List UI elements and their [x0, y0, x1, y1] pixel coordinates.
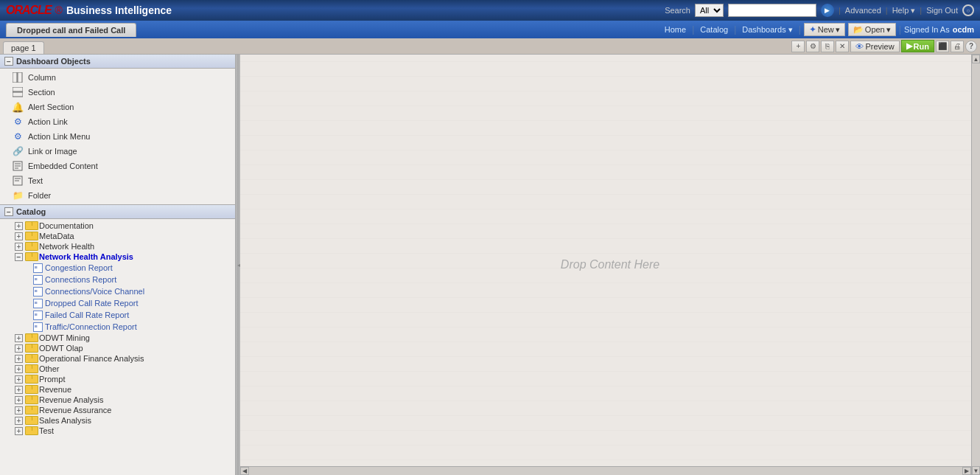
expand-test[interactable]: +: [15, 427, 23, 435]
tree-item-failed-call-rate[interactable]: Failed Call Rate Report: [0, 309, 235, 321]
item-action-link-menu[interactable]: ⚙ Action Link Menu: [0, 129, 235, 144]
expand-revenue-assurance[interactable]: +: [15, 406, 23, 415]
search-icon: ▶: [825, 7, 830, 14]
column-icon: [12, 72, 24, 83]
search-label: Search: [665, 6, 690, 15]
tree-item-odwt-olap[interactable]: + ODWT Olap: [0, 343, 235, 353]
page-settings-button[interactable]: ⚙: [806, 41, 819, 52]
folder-revenue-icon: [25, 385, 37, 394]
tree-item-prompt[interactable]: + Prompt: [0, 374, 235, 384]
page-copy-button[interactable]: ⎘: [821, 41, 834, 52]
open-button[interactable]: 📂 Open ▾: [848, 23, 896, 36]
item-text[interactable]: Text: [0, 173, 235, 188]
drop-zone[interactable]: Drop Content Here: [240, 55, 980, 475]
home-link[interactable]: Home: [662, 25, 689, 34]
search-input[interactable]: [728, 4, 816, 17]
item-action-link[interactable]: ⚙ Action Link: [0, 114, 235, 129]
item-column[interactable]: Column: [0, 70, 235, 85]
catalog-link[interactable]: Catalog: [697, 25, 731, 34]
tree-item-odwt-mining[interactable]: + ODWT Mining: [0, 333, 235, 343]
search-go-button[interactable]: ▶: [821, 4, 834, 17]
svg-rect-1: [18, 72, 22, 83]
tree-item-other[interactable]: + Other: [0, 364, 235, 374]
expand-revenue-analysis[interactable]: +: [15, 396, 23, 404]
page-actions: + ⚙ ⎘ ✕ 👁 Preview ▶ Run ⬛ 🖨 ?: [791, 40, 977, 54]
expand-odwt-olap[interactable]: +: [15, 344, 23, 353]
main-layout: − Dashboard Objects Column Section: [0, 55, 980, 475]
catalog-collapse[interactable]: −: [4, 207, 13, 216]
open-arrow: ▾: [886, 25, 891, 35]
expand-odwt-mining[interactable]: +: [15, 334, 23, 342]
report-icon-dropped-call: [32, 298, 43, 308]
report-icon-connections-voice: [32, 286, 43, 297]
revenue-label: Revenue: [39, 385, 71, 394]
preview-label: Preview: [865, 42, 894, 51]
tree-item-dropped-call-rate[interactable]: Dropped Call Rate Report: [0, 297, 235, 309]
dashboards-link[interactable]: Dashboards ▾: [739, 25, 795, 35]
expand-prompt[interactable]: +: [15, 375, 23, 384]
tree-item-operational-finance[interactable]: + Operational Finance Analysis: [0, 353, 235, 364]
add-page-button[interactable]: +: [791, 41, 805, 52]
open-label: Open: [865, 25, 885, 34]
column-label: Column: [28, 73, 56, 82]
expand-other[interactable]: +: [15, 365, 23, 373]
oracle-logo: ORACLE ® Business Intelligence: [6, 4, 172, 17]
tree-item-network-health[interactable]: + Network Health: [0, 241, 235, 252]
run-button[interactable]: ▶ Run: [901, 40, 934, 52]
section-icon: [12, 86, 24, 98]
scroll-down-arrow[interactable]: ▼: [972, 466, 980, 475]
tree-item-test[interactable]: + Test: [0, 426, 235, 436]
expand-network-health[interactable]: +: [15, 243, 23, 251]
expand-documentation[interactable]: +: [15, 222, 23, 230]
network-health-label: Network Health: [39, 242, 94, 251]
tree-item-network-health-analysis[interactable]: − Network Health Analysis: [0, 252, 235, 262]
right-scrollbar[interactable]: ▲ ▼: [971, 55, 980, 475]
tree-item-revenue-assurance[interactable]: + Revenue Assurance: [0, 405, 235, 415]
dashboard-objects-header[interactable]: − Dashboard Objects: [0, 55, 235, 69]
expand-sales-analysis[interactable]: +: [15, 417, 23, 425]
tree-item-congestion-report[interactable]: Congestion Report: [0, 262, 235, 274]
sign-out-link[interactable]: Sign Out: [926, 6, 958, 15]
scroll-up-arrow[interactable]: ▲: [972, 55, 980, 63]
expand-metadata[interactable]: +: [15, 232, 23, 240]
tree-item-revenue[interactable]: + Revenue: [0, 384, 235, 395]
print-button[interactable]: 🖨: [951, 41, 964, 52]
item-embedded-content[interactable]: Embedded Content: [0, 159, 235, 173]
folder-odwt-olap-icon: [25, 344, 37, 353]
expand-network-health-analysis[interactable]: −: [15, 253, 23, 261]
dashboard-tab[interactable]: Dropped call and Failed Call: [6, 23, 136, 37]
page-delete-button[interactable]: ✕: [836, 41, 849, 52]
dashboard-objects-collapse[interactable]: −: [4, 57, 13, 66]
advanced-link[interactable]: Advanced: [845, 6, 881, 15]
tree-item-revenue-analysis[interactable]: + Revenue Analysis: [0, 395, 235, 405]
catalog-header[interactable]: − Catalog: [0, 205, 235, 219]
search-type-select[interactable]: All: [695, 4, 724, 17]
item-section[interactable]: Section: [0, 85, 235, 100]
bottom-scrollbar[interactable]: ◀ ▶: [240, 466, 971, 475]
item-alert-section[interactable]: 🔔 Alert Section: [0, 100, 235, 114]
help-link[interactable]: Help ▾: [892, 6, 916, 15]
embedded-content-label: Embedded Content: [28, 162, 98, 170]
folder-metadata-icon: [25, 232, 37, 240]
tree-item-connections-voice[interactable]: Connections/Voice Channel: [0, 285, 235, 297]
scroll-right-arrow[interactable]: ▶: [962, 467, 971, 475]
scroll-left-arrow[interactable]: ◀: [240, 467, 249, 475]
new-button[interactable]: ✦ New ▾: [804, 23, 845, 36]
item-folder[interactable]: 📁 Folder: [0, 188, 235, 203]
item-link-or-image[interactable]: 🔗 Link or Image: [0, 144, 235, 159]
page-1-tab[interactable]: page 1: [3, 41, 44, 54]
help-button[interactable]: ?: [965, 41, 977, 52]
separator-2: |: [886, 6, 888, 15]
congestion-report-label: Congestion Report: [45, 263, 113, 272]
export-button[interactable]: ⬛: [936, 41, 949, 52]
preview-button[interactable]: 👁 Preview: [850, 41, 899, 52]
tree-item-traffic-connection[interactable]: Traffic/Connection Report: [0, 321, 235, 333]
tree-item-documentation[interactable]: + Documentation: [0, 221, 235, 231]
expand-operational-finance[interactable]: +: [15, 355, 23, 363]
tree-item-sales-analysis[interactable]: + Sales Analysis: [0, 415, 235, 426]
expand-revenue[interactable]: +: [15, 386, 23, 394]
tree-item-connections-report[interactable]: Connections Report: [0, 274, 235, 285]
catalog-tree: + Documentation + MetaData + Network Hea…: [0, 219, 235, 475]
tree-item-metadata[interactable]: + MetaData: [0, 231, 235, 241]
run-icon: ▶: [906, 41, 912, 51]
